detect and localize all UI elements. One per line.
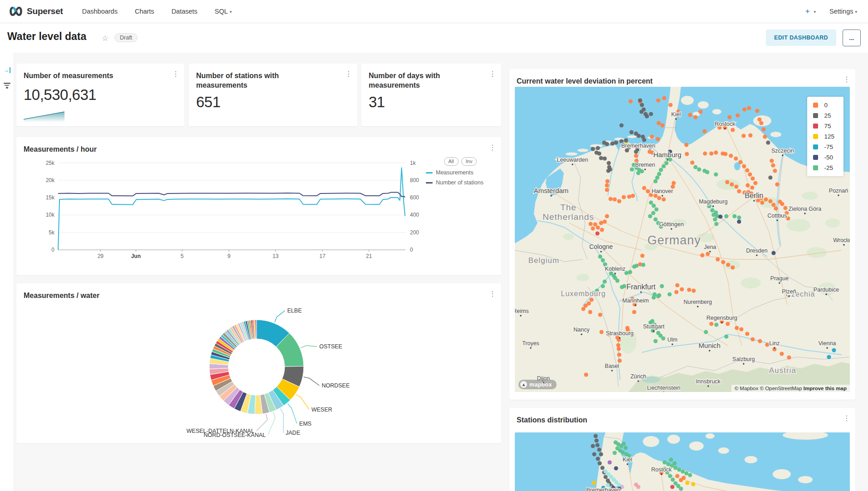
deviation-map-card: Current water level deviation in percent… <box>509 69 855 400</box>
copyright-links[interactable]: © Mapbox © OpenStreetMap <box>735 386 802 391</box>
legend-color-swatch <box>813 144 818 149</box>
nav-item-sql[interactable]: SQL▾ <box>215 8 232 15</box>
station-dot <box>616 343 620 347</box>
line-chart[interactable]: 25k1k20k80015k60010k4005k2000029Jun59131… <box>24 156 446 267</box>
card-menu-icon[interactable]: ⋮ <box>842 75 852 84</box>
settings-menu[interactable]: Settings▾ <box>829 8 857 15</box>
improve-map-link[interactable]: Improve this map <box>804 386 847 391</box>
map-legend: 02575125-75-50-25 <box>807 97 843 176</box>
station-dot <box>610 141 614 145</box>
kpi-sparkline-chart <box>24 110 64 122</box>
station-dot <box>685 152 689 156</box>
nav-item-dashboards[interactable]: Dashboards <box>82 8 118 15</box>
card-menu-icon[interactable]: ⋮ <box>171 69 181 78</box>
station-dot <box>636 485 640 489</box>
card-menu-icon[interactable]: ⋮ <box>488 143 498 152</box>
city-dot <box>581 333 582 335</box>
deviation-map[interactable]: GermanyTheNetherlandsBelgiumAustriaCzech… <box>515 87 850 392</box>
map-city-label: Koblenz <box>605 266 625 272</box>
station-dot <box>742 107 746 111</box>
station-dot <box>704 330 708 334</box>
map-legend-item[interactable]: 75 <box>813 123 834 129</box>
station-dot <box>654 207 658 211</box>
map-city-label: Mannheim <box>622 298 649 304</box>
city-dot <box>712 205 714 207</box>
station-dot <box>640 103 644 107</box>
station-dot <box>747 106 751 110</box>
svg-text:10k: 10k <box>46 212 55 218</box>
station-dot <box>714 172 718 176</box>
nav-item-charts[interactable]: Charts <box>135 8 154 15</box>
station-dot <box>698 109 702 114</box>
station-dot <box>588 310 592 314</box>
map-city-label: Rostock <box>715 121 735 127</box>
station-dot <box>605 214 609 218</box>
station-dot <box>653 217 657 221</box>
chart-title: Measurements / hour <box>16 137 501 154</box>
add-new-button[interactable]: + ▾ <box>805 7 816 16</box>
legend-all-button[interactable]: All <box>444 157 459 166</box>
donut-chart[interactable]: ELBEOSTSEENORDSEEWESEREMSJADENORD-OSTSEE… <box>16 283 501 443</box>
map-legend-item[interactable]: -50 <box>813 154 834 161</box>
map-legend-item[interactable]: 0 <box>813 102 834 109</box>
station-dot <box>595 231 599 235</box>
station-dot <box>652 292 656 296</box>
filter-funnel-icon[interactable] <box>3 83 11 89</box>
map-city-label: Szczecin <box>771 148 794 154</box>
station-dot <box>745 168 749 172</box>
map-city-label: Plzeň <box>782 288 796 295</box>
map-city-label: Vienna <box>819 340 836 347</box>
map-legend-item[interactable]: 125 <box>813 133 834 140</box>
map-legend-item[interactable]: -25 <box>813 164 834 171</box>
station-dot <box>737 215 741 219</box>
dashboard-more-button[interactable]: ... <box>843 30 861 46</box>
station-dot <box>597 461 602 465</box>
legend-item-number-of-stations[interactable]: Number of stations <box>426 179 495 186</box>
station-dot <box>730 182 734 186</box>
station-dot <box>725 180 729 184</box>
chevron-down-icon: ▾ <box>855 10 857 14</box>
mapbox-logo[interactable]: ▲ mapbox <box>518 380 557 389</box>
map-city-label: Zürich <box>631 373 646 380</box>
favorite-star-icon[interactable]: ☆ <box>102 34 108 43</box>
station-dot <box>657 196 661 200</box>
station-dot <box>638 98 642 102</box>
city-dot <box>825 293 827 295</box>
map-attribution: © Mapbox © OpenStreetMap Improve this ma… <box>731 385 850 392</box>
brand-name: Superset <box>27 6 63 16</box>
map-city-label: Wrocław <box>833 237 850 243</box>
card-menu-icon[interactable]: ⋮ <box>842 414 852 422</box>
map-country-label: Belgium <box>528 256 559 265</box>
station-dot <box>653 339 657 343</box>
station-dot <box>827 355 831 359</box>
city-dot <box>724 128 725 129</box>
station-dot <box>681 469 685 473</box>
superset-logo[interactable]: Superset <box>9 6 63 16</box>
station-dot <box>650 134 654 139</box>
expand-filters-icon[interactable]: → <box>3 67 10 73</box>
station-dot <box>724 334 728 338</box>
map-city-label: Salzburg <box>732 356 755 362</box>
map-city-label: Linz <box>769 340 780 347</box>
station-dot <box>755 109 759 113</box>
station-dot <box>750 337 755 341</box>
card-menu-icon[interactable]: ⋮ <box>488 69 498 78</box>
map-legend-item[interactable]: 25 <box>813 112 834 119</box>
station-dot <box>714 322 718 327</box>
map-city-label: Cologne <box>589 243 613 250</box>
card-menu-icon[interactable]: ⋮ <box>344 69 354 78</box>
legend-inv-button[interactable]: Inv <box>461 157 477 166</box>
stations-map[interactable]: KielRostockBremerhaven <box>515 432 850 491</box>
station-dot <box>607 460 612 464</box>
map-city-label: Regensburg <box>706 315 737 321</box>
superset-infinity-icon <box>9 6 23 16</box>
nav-item-datasets[interactable]: Datasets <box>172 8 197 15</box>
station-dot <box>771 203 775 207</box>
station-dot <box>667 292 671 296</box>
edit-dashboard-button[interactable]: EDIT DASHBOARD <box>766 30 836 46</box>
map-city-label: Nuremberg <box>684 299 712 305</box>
map-legend-item[interactable]: -75 <box>813 144 834 150</box>
station-dot <box>761 127 765 131</box>
legend-item-measurements[interactable]: Measurements <box>426 169 495 176</box>
map-city-label: Ulm <box>667 337 677 343</box>
